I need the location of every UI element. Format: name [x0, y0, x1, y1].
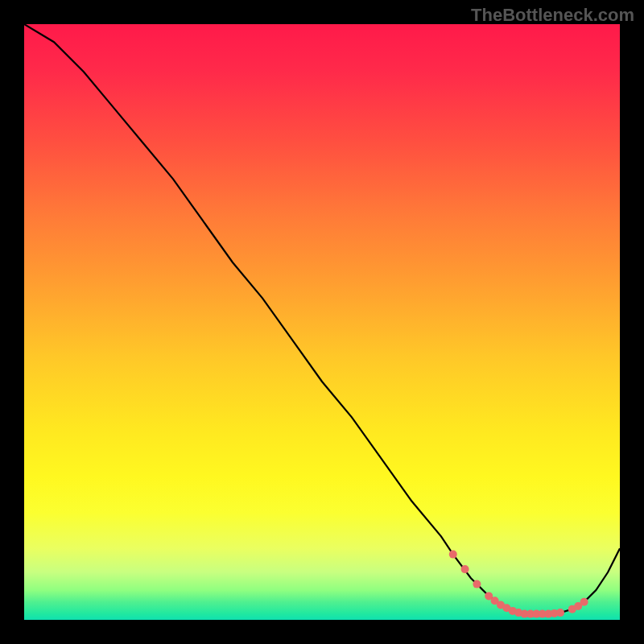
curve-line [24, 24, 620, 614]
marker-point [580, 598, 588, 606]
highlight-markers [449, 551, 588, 618]
marker-point [461, 565, 469, 573]
watermark-text: TheBottleneck.com [471, 5, 634, 26]
marker-point [449, 551, 457, 559]
chart-plot-area [24, 24, 620, 620]
chart-svg [24, 24, 620, 620]
marker-point [473, 580, 481, 588]
marker-point [556, 609, 564, 617]
